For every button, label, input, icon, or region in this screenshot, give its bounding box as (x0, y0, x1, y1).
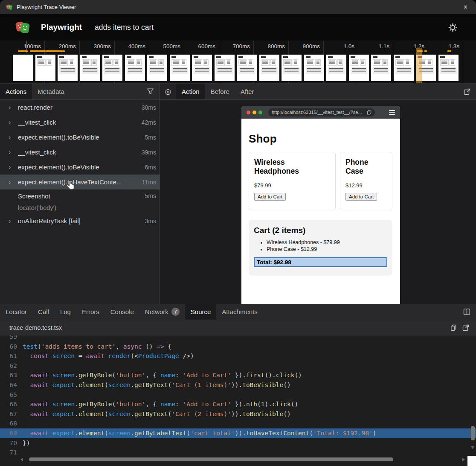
add-to-cart-button[interactable]: Add to Cart (345, 193, 377, 201)
thumb-line (374, 68, 388, 69)
product-price: $79.99 (254, 182, 330, 189)
action-duration: 11ms (139, 179, 156, 186)
actions-tab-actions[interactable]: Actions (0, 84, 32, 99)
chevron-right-icon: › (9, 149, 18, 156)
action-row[interactable]: ›expect.element().toHaveTextConte...11ms (0, 175, 160, 189)
action-row[interactable]: ›__vitest_click42ms (0, 115, 160, 130)
thumb-line (61, 71, 75, 72)
line-number: 63 (0, 370, 23, 380)
filmstrip-frame[interactable] (13, 55, 33, 81)
filter-icon[interactable] (141, 84, 160, 99)
details-tab-network[interactable]: Network7 (139, 304, 185, 320)
split-view-icon[interactable] (458, 304, 476, 320)
thumb-line (428, 62, 431, 63)
filmstrip-frame[interactable] (80, 55, 100, 81)
filmstrip-frame[interactable] (147, 55, 167, 81)
snapshot-tab-after[interactable]: After (235, 84, 260, 99)
thumb-line (70, 63, 73, 64)
filmstrip-frame[interactable] (215, 55, 235, 81)
thumb-card (315, 59, 321, 66)
filmstrip-frame[interactable] (170, 55, 190, 81)
filmstrip-frame[interactable] (371, 55, 391, 81)
filmstrip-frame[interactable] (259, 55, 279, 81)
thumb-line (262, 61, 268, 61)
copy-url-icon[interactable] (367, 110, 372, 115)
thumb-cart (104, 67, 121, 74)
scroll-right-icon[interactable] (462, 458, 465, 461)
filmstrip-frame[interactable] (326, 55, 346, 81)
thumb-line (93, 63, 96, 64)
details-tab-call[interactable]: Call (32, 304, 55, 320)
filmstrip-frame[interactable] (394, 55, 414, 81)
details-tab-attachments[interactable]: Attachments (216, 304, 263, 320)
details-tab-console[interactable]: Console (105, 304, 139, 320)
action-row[interactable]: ›expect.element().toBeVisible5ms (0, 130, 160, 145)
timeline-tick-label: 900ms (286, 43, 320, 50)
chevron-right-icon: › (9, 217, 18, 225)
cart-total-highlighted: Total: $92.98 (254, 257, 387, 267)
thumb-shop-title (216, 56, 221, 58)
details-tab-label: Call (38, 308, 49, 315)
pick-locator-icon[interactable]: ◎ (160, 84, 176, 99)
filmstrip-frame[interactable] (58, 55, 78, 81)
product-card: Wireless Headphones $79.99 Add to Cart (249, 152, 336, 210)
thumb-line (218, 61, 223, 61)
snapshot-tab-before[interactable]: Before (205, 84, 235, 99)
details-tab-locator[interactable]: Locator (0, 304, 32, 320)
add-to-cart-button[interactable]: Add to Cart (254, 193, 286, 201)
filmstrip-frame[interactable] (282, 55, 302, 81)
action-row[interactable]: ›onAfterRetryTask [fail]3ms (0, 213, 160, 228)
snapshot-tab-action[interactable]: Action (176, 84, 205, 99)
copy-source-icon[interactable] (450, 324, 456, 331)
filmstrip-frame[interactable] (438, 55, 459, 81)
timeline[interactable]: 100ms200ms300ms400ms500ms600ms700ms800ms… (0, 41, 476, 84)
open-snapshot-external-icon[interactable] (458, 84, 476, 99)
details-tab-errors[interactable]: Errors (76, 304, 105, 320)
filmstrip-frame[interactable] (349, 55, 369, 81)
thumb-line (249, 63, 252, 64)
filmstrip-frame[interactable] (35, 55, 55, 81)
thumb-line (339, 62, 342, 63)
thumb-line (374, 61, 380, 61)
thumb-card (238, 59, 247, 66)
menu-hamburger-icon[interactable] (389, 110, 395, 115)
scroll-left-icon[interactable] (20, 458, 23, 461)
horizontal-scroll-thumb[interactable] (29, 457, 393, 461)
close-icon[interactable]: × (461, 4, 470, 11)
action-row[interactable]: ›expect.element().toBeVisible6ms (0, 160, 160, 175)
filmstrip-frame[interactable] (237, 55, 257, 81)
filmstrip-frame[interactable] (304, 55, 324, 81)
action-row[interactable]: ›__vitest_click39ms (0, 145, 160, 160)
thumb-line (451, 62, 454, 63)
thumb-card (171, 59, 180, 66)
filmstrip-frame[interactable] (102, 55, 122, 81)
scroll-down-icon[interactable] (471, 446, 474, 449)
thumb-line (137, 61, 140, 61)
address-bar[interactable]: http://localhost:63315/__vitest_test__/?… (268, 108, 375, 116)
action-row[interactable]: Screenshot5ms (0, 189, 160, 202)
thumb-line (227, 62, 230, 63)
code-text: }) (23, 438, 30, 448)
action-duration: 30ms (138, 104, 156, 111)
details-tab-log[interactable]: Log (55, 304, 76, 320)
actions-tab-metadata[interactable]: Metadata (32, 84, 70, 99)
filmstrip-frame[interactable] (192, 55, 212, 81)
open-source-external-icon[interactable] (462, 324, 469, 331)
details-tab-source[interactable]: Source (185, 304, 217, 320)
timeline-tick-label: 700ms (216, 43, 250, 50)
thumb-card (136, 59, 142, 66)
action-duration: 39ms (138, 149, 156, 156)
horizontal-scrollbar[interactable] (20, 457, 465, 462)
thumb-line (173, 68, 187, 69)
settings-gear-icon[interactable] (448, 23, 457, 32)
filmstrip-frame[interactable] (125, 55, 145, 81)
thumb-cart (171, 67, 188, 74)
vertical-scroll-thumb[interactable] (471, 426, 475, 440)
snapshot-panel: ◎ ActionBeforeAfter http://localhost:633… (160, 84, 476, 304)
thumb-line (406, 62, 409, 63)
code-text: const screen = await render(<ProductPage… (23, 351, 194, 361)
source-code-view[interactable]: 5960test('adds items to cart', async () … (0, 335, 476, 466)
timeline-tick-label: 1.0s (320, 43, 354, 50)
thumb-line (218, 62, 223, 63)
action-row[interactable]: ›react.render30ms (0, 100, 160, 115)
